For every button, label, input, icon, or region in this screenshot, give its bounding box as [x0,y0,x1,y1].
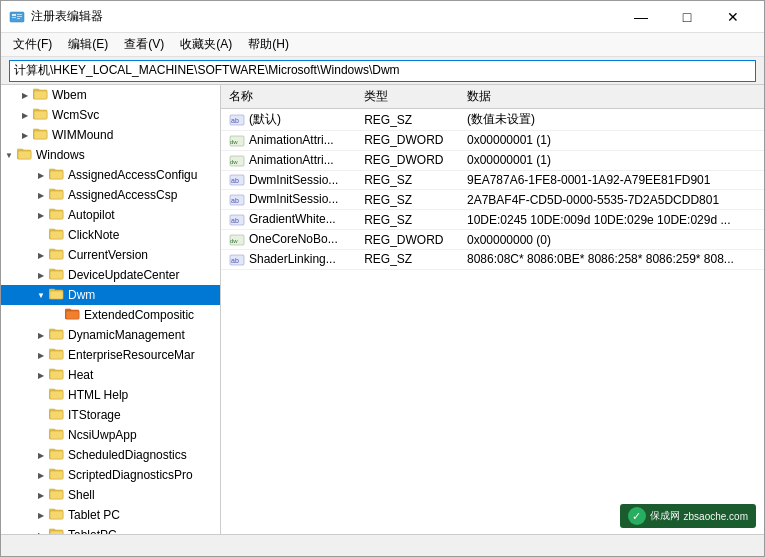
tree-item[interactable]: ▶ Tablet PC [1,505,220,525]
tree-expand-icon[interactable]: ▶ [33,331,49,340]
tree-item[interactable]: ▶ EnterpriseResourceMar [1,345,220,365]
tree-expand-icon[interactable]: ▶ [17,91,33,100]
folder-icon [65,307,81,324]
tree-expand-icon[interactable]: ▶ [33,171,49,180]
table-row[interactable]: ab DwmInitSessio...REG_SZ9EA787A6-1FE8-0… [221,170,764,190]
folder-icon [49,447,65,464]
tree-item[interactable]: ▶ ScriptedDiagnosticsPro [1,465,220,485]
menu-item[interactable]: 编辑(E) [60,34,116,55]
tree-item[interactable]: ▶ WIMMound [1,125,220,145]
tree-item[interactable]: ▼ Dwm [1,285,220,305]
folder-icon [49,187,65,204]
svg-rect-17 [18,151,31,159]
close-button[interactable]: ✕ [710,1,756,33]
tree-item-label: Dwm [68,288,95,302]
tree-expand-icon[interactable]: ▶ [33,451,49,460]
tree-item[interactable]: ExtendedCompositic [1,305,220,325]
tree-item[interactable]: ▶ AssignedAccessCsp [1,185,220,205]
tree-item-label: Shell [68,488,95,502]
menu-item[interactable]: 文件(F) [5,34,60,55]
cell-type: REG_DWORD [356,230,459,250]
maximize-button[interactable]: □ [664,1,710,33]
title-bar-left: 注册表编辑器 [9,8,103,25]
folder-icon [17,147,33,164]
tree-item[interactable]: ▶ ScheduledDiagnostics [1,445,220,465]
tree-expand-icon[interactable]: ▶ [33,271,49,280]
cell-data: 0x00000001 (1) [459,150,764,170]
svg-rect-1 [12,14,16,16]
table-row[interactable]: dw OneCoreNoBo...REG_DWORD0x00000000 (0) [221,230,764,250]
window-title: 注册表编辑器 [31,8,103,25]
table-row[interactable]: ab DwmInitSessio...REG_SZ2A7BAF4F-CD5D-0… [221,190,764,210]
tree-item[interactable]: HTML Help [1,385,220,405]
svg-rect-13 [33,129,39,131]
tree-item[interactable]: ▶ AssignedAccessConfigu [1,165,220,185]
tree-item[interactable]: ClickNote [1,225,220,245]
table-row[interactable]: ab ShaderLinking...REG_SZ8086:08C* 8086:… [221,249,764,269]
status-bar [1,534,764,556]
tree-expand-icon[interactable]: ▼ [33,291,49,300]
svg-rect-41 [66,311,79,319]
table-row[interactable]: dw AnimationAttri...REG_DWORD0x00000001 … [221,131,764,151]
tree-expand-icon[interactable]: ▶ [33,211,49,220]
tree-expand-icon[interactable]: ▶ [33,491,49,500]
watermark-url: zbsaoche.com [684,511,748,522]
tree-item[interactable]: ▶ Wbem [1,85,220,105]
tree-item-label: CurrentVersion [68,248,148,262]
menu-item[interactable]: 查看(V) [116,34,172,55]
tree-expand-icon[interactable]: ▶ [33,511,49,520]
tree-item[interactable]: ITStorage [1,405,220,425]
col-name: 名称 [221,85,356,109]
svg-text:dw: dw [230,238,238,244]
tree-expand-icon[interactable]: ▶ [33,471,49,480]
tree-item[interactable]: ▶ WcmSvc [1,105,220,125]
menu-bar: 文件(F)编辑(E)查看(V)收藏夹(A)帮助(H) [1,33,764,57]
cell-name: dw AnimationAttri... [221,131,356,151]
tree-item[interactable]: ▶ DynamicManagement [1,325,220,345]
svg-rect-20 [50,171,63,179]
tree-item[interactable]: ▶ DeviceUpdateCenter [1,265,220,285]
tree-item[interactable]: ▶ TabletPC [1,525,220,534]
address-input[interactable] [9,60,756,82]
tree-item-label: WcmSvc [52,108,99,122]
tree-item-label: ScheduledDiagnostics [68,448,187,462]
folder-icon [49,327,65,344]
table-row[interactable]: ab GradientWhite...REG_SZ10DE:0245 10DE:… [221,210,764,230]
svg-text:ab: ab [231,117,239,124]
tree-expand-icon[interactable]: ▶ [17,111,33,120]
tree-expand-icon[interactable]: ▶ [17,131,33,140]
table-row[interactable]: dw AnimationAttri...REG_DWORD0x00000001 … [221,150,764,170]
tree-item[interactable]: ▶ Shell [1,485,220,505]
tree-item-label: ITStorage [68,408,121,422]
tree-panel[interactable]: ▶ Wbem▶ WcmSvc▶ WIMMound▼ Windows▶ Assig… [1,85,221,534]
registry-table: 名称 类型 数据 ab (默认)REG_SZ(数值未设置) dw Animati… [221,85,764,270]
tree-item[interactable]: ▶ Heat [1,365,220,385]
cell-name: ab DwmInitSessio... [221,170,356,190]
tree-item[interactable]: ▶ Autopilot [1,205,220,225]
cell-name: ab DwmInitSessio... [221,190,356,210]
tree-expand-icon[interactable]: ▶ [33,251,49,260]
tree-item-label: EnterpriseResourceMar [68,348,195,362]
tree-item[interactable]: ▼ Windows [1,145,220,165]
title-bar: 注册表编辑器 — □ ✕ [1,1,764,33]
tree-expand-icon[interactable]: ▶ [33,351,49,360]
svg-rect-2 [12,17,16,18]
folder-icon [49,207,65,224]
tree-item[interactable]: ▶ CurrentVersion [1,245,220,265]
table-row[interactable]: ab (默认)REG_SZ(数值未设置) [221,109,764,131]
menu-item[interactable]: 帮助(H) [240,34,297,55]
minimize-button[interactable]: — [618,1,664,33]
tree-item-label: ExtendedCompositic [84,308,194,322]
svg-rect-58 [49,429,55,431]
tree-item-label: WIMMound [52,128,113,142]
tree-expand-icon[interactable]: ▶ [33,371,49,380]
tree-expand-icon[interactable]: ▶ [33,191,49,200]
tree-item[interactable]: NcsiUwpApp [1,425,220,445]
folder-icon [33,127,49,144]
cell-name: dw AnimationAttri... [221,150,356,170]
tree-expand-icon[interactable]: ▼ [1,151,17,160]
menu-item[interactable]: 收藏夹(A) [172,34,240,55]
tree-item-label: Wbem [52,88,87,102]
cell-data: (数值未设置) [459,109,764,131]
svg-rect-16 [17,149,23,151]
